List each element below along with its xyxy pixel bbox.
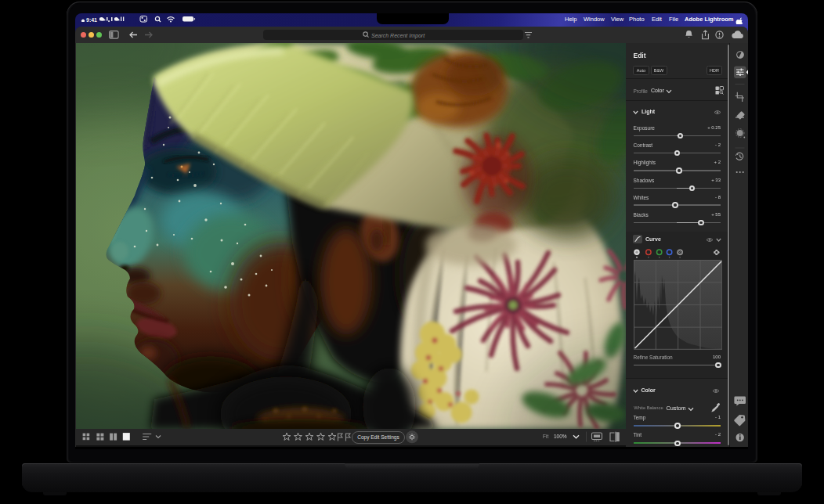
svg-text:9:41: 9:41 <box>86 17 97 23</box>
